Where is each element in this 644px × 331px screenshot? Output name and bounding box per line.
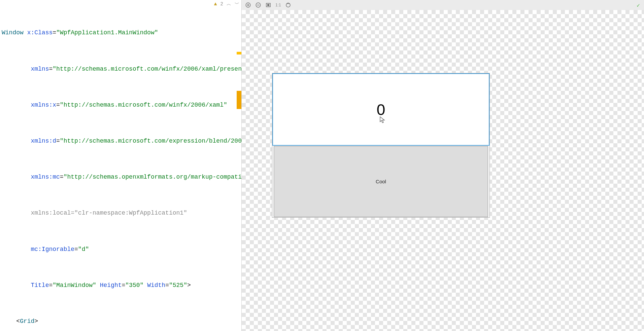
svg-point-7 xyxy=(286,3,290,7)
zoom-in-icon[interactable] xyxy=(245,2,251,8)
fit-to-screen-icon[interactable] xyxy=(265,2,271,8)
status-ok-icon: ✓ xyxy=(637,2,640,9)
code-line[interactable]: Title="MainWindow" Height="350" Width="5… xyxy=(0,281,241,290)
preview-button-cell: Cool xyxy=(272,146,489,217)
xaml-designer-pane: 1:1 ✓ 0 Cool xyxy=(241,0,644,331)
designer-toolbar: 1:1 xyxy=(242,0,644,10)
preview-label[interactable]: 0 xyxy=(272,73,489,146)
preview-label-text: 0 xyxy=(377,101,385,119)
code-line[interactable]: xmlns:mc="http://schemas.openxmlformats.… xyxy=(0,173,241,182)
cursor-arrow-icon xyxy=(380,116,386,124)
preview-button[interactable]: Cool xyxy=(274,146,488,217)
code-line[interactable]: Window x:Class="WpfApplication1.MainWind… xyxy=(0,28,241,37)
code-line[interactable]: mc:Ignorable="d" xyxy=(0,245,241,254)
refresh-icon[interactable] xyxy=(285,2,291,8)
code-line[interactable]: xmlns:d="http://schemas.microsoft.com/ex… xyxy=(0,137,241,146)
zoom-out-icon[interactable] xyxy=(255,2,261,8)
zoom-ratio: 1:1 xyxy=(275,3,281,7)
preview-button-text: Cool xyxy=(376,179,386,184)
code-line[interactable]: xmlns:local="clr-namespace:WpfApplicatio… xyxy=(0,209,241,218)
code-line[interactable]: <Grid> xyxy=(0,317,241,326)
preview-window[interactable]: 0 Cool xyxy=(272,73,490,218)
code-line[interactable]: xmlns:x="http://schemas.microsoft.com/wi… xyxy=(0,101,241,110)
svg-rect-6 xyxy=(268,4,269,6)
designer-canvas[interactable]: 0 Cool xyxy=(242,10,644,331)
code-line[interactable]: xmlns="http://schemas.microsoft.com/winf… xyxy=(0,65,241,74)
code-area[interactable]: Window x:Class="WpfApplication1.MainWind… xyxy=(0,0,241,331)
xaml-editor-pane[interactable]: ▲ 2 ︿ ﹀ Window x:Class="WpfApplication1.… xyxy=(0,0,241,331)
